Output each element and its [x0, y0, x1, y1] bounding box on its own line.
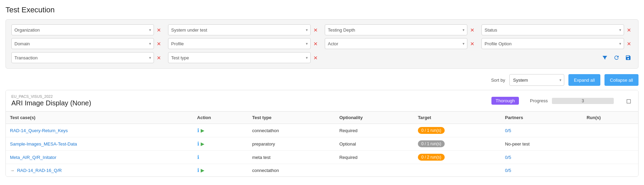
clear-testing-depth-btn[interactable]: ✕ [469, 27, 476, 33]
play-icon[interactable]: ▶ [201, 128, 204, 133]
filter-panel: Organization ✕ System under test ✕ Testi… [5, 19, 639, 69]
play-icon[interactable]: ▶ [201, 167, 204, 173]
col-test-type: Test type [248, 112, 335, 124]
test-case-link[interactable]: RAD-14_Query-Return_Keys [10, 128, 68, 133]
actor-select[interactable]: Actor [325, 38, 467, 49]
sort-select-wrapper: System [509, 74, 564, 86]
clear-profile-option-btn[interactable]: ✕ [625, 41, 633, 47]
collapse-group-btn[interactable]: ◻ [625, 96, 633, 106]
clear-domain-btn[interactable]: ✕ [155, 41, 163, 47]
partners-link[interactable]: 0/5 [505, 155, 511, 160]
play-icon[interactable]: ▶ [201, 141, 204, 147]
sort-select[interactable]: System [509, 74, 564, 86]
profile-select[interactable]: Profile [168, 38, 311, 49]
test-type-select[interactable]: Test type [168, 52, 311, 63]
partners-link[interactable]: 0/5 [505, 168, 511, 173]
clear-system-under-test-btn[interactable]: ✕ [312, 27, 319, 33]
organization-select[interactable]: Organization [11, 24, 154, 35]
runs-cell [582, 137, 638, 151]
group-header-left: EU_PACS_VISUS_2022 ARI Image Display (No… [11, 94, 91, 107]
partners-cell: 0/5 [501, 151, 582, 164]
filter-row-system-under-test: System under test ✕ [168, 24, 319, 35]
group-title: ARI Image Display (None) [11, 99, 91, 107]
partners-link[interactable]: 0/5 [505, 128, 511, 133]
table-header-row: Test case(s) Action Test type Optionalit… [6, 112, 638, 124]
filter-row-test-type: Test type ✕ [168, 52, 319, 63]
page-title: Test Execution [5, 5, 639, 14]
test-case-name-cell: → RAD-14_RAD-16_Q/R [6, 164, 193, 177]
target-cell: 0 / 1 run(s) [414, 124, 501, 137]
sort-bar: Sort by System Expand all Collapse all [5, 74, 639, 86]
clear-transaction-btn[interactable]: ✕ [155, 55, 163, 61]
table-row: Meta_AIR_Q/R_Initatorℹmeta testRequired0… [6, 151, 638, 164]
col-test-cases: Test case(s) [6, 112, 193, 124]
action-cell: ℹ▶ [193, 137, 248, 151]
test-case-name-cell: RAD-14_Query-Return_Keys [6, 124, 193, 137]
clear-test-type-btn[interactable]: ✕ [312, 55, 319, 61]
clear-actor-btn[interactable]: ✕ [469, 41, 476, 47]
filter-actions [481, 53, 633, 63]
test-case-name-cell: Sample-Images_MESA-Test-Data [6, 137, 193, 151]
group-header: EU_PACS_VISUS_2022 ARI Image Display (No… [6, 90, 638, 112]
refresh-icon-btn[interactable] [612, 53, 621, 63]
clear-profile-btn[interactable]: ✕ [312, 41, 319, 47]
optionality-cell [335, 164, 413, 177]
filter-row-organization: Organization ✕ [11, 24, 163, 35]
test-case-name-cell: Meta_AIR_Q/R_Initator [6, 151, 193, 164]
filter-row-domain: Domain ✕ [11, 38, 163, 49]
test-type-cell: connectathon [248, 124, 335, 137]
table-row: RAD-14_Query-Return_Keysℹ▶connectathonRe… [6, 124, 638, 137]
progress-section: Progress 3 [530, 98, 614, 104]
info-icon[interactable]: ℹ [197, 141, 199, 147]
clear-status-btn[interactable]: ✕ [625, 27, 633, 33]
progress-bar: 3 [552, 98, 614, 104]
info-icon[interactable]: ℹ [197, 127, 199, 134]
test-type-cell: preparatory [248, 137, 335, 151]
runs-cell [582, 124, 638, 137]
test-table: Test case(s) Action Test type Optionalit… [6, 112, 638, 176]
test-case-link[interactable]: RAD-14_RAD-16_Q/R [17, 168, 62, 173]
action-cell: ℹ▶ [193, 124, 248, 137]
col-runs: Run(s) [582, 112, 638, 124]
info-icon[interactable]: ℹ [197, 154, 199, 160]
col-optionality: Optionality [335, 112, 413, 124]
clear-organization-btn[interactable]: ✕ [155, 27, 163, 33]
action-cell: ℹ▶ [193, 164, 248, 177]
col-action: Action [193, 112, 248, 124]
target-cell [414, 164, 501, 177]
optionality-cell: Optional [335, 137, 413, 151]
partners-cell: No-peer test [501, 137, 582, 151]
test-case-link[interactable]: Meta_AIR_Q/R_Initator [10, 155, 56, 160]
filter-row-transaction: Transaction ✕ [11, 52, 163, 63]
info-icon[interactable]: ℹ [197, 167, 199, 173]
test-group: EU_PACS_VISUS_2022 ARI Image Display (No… [5, 90, 639, 177]
table-row: Sample-Images_MESA-Test-Dataℹ▶preparator… [6, 137, 638, 151]
target-cell: 0 / 2 run(s) [414, 151, 501, 164]
test-type-cell: meta test [248, 151, 335, 164]
filter-icon-btn[interactable] [600, 53, 609, 63]
table-row: → RAD-14_RAD-16_Q/Rℹ▶connectathon0/5 [6, 164, 638, 177]
filter-row-profile-option: Profile Option ✕ [481, 38, 633, 49]
transaction-select[interactable]: Transaction [11, 52, 154, 63]
optionality-cell: Required [335, 151, 413, 164]
col-partners: Partners [501, 112, 582, 124]
status-select[interactable]: Status [481, 24, 624, 35]
partners-cell: 0/5 [501, 124, 582, 137]
profile-option-select[interactable]: Profile Option [481, 38, 624, 49]
group-header-right: Thorough Progress 3 ◻ [491, 96, 633, 106]
target-badge: 0 / 1 run(s) [418, 140, 445, 147]
save-icon-btn[interactable] [624, 53, 633, 63]
expand-all-button[interactable]: Expand all [568, 74, 600, 86]
system-under-test-select[interactable]: System under test [168, 24, 311, 35]
collapse-all-button[interactable]: Collapse all [604, 74, 639, 86]
target-badge: 0 / 2 run(s) [418, 154, 445, 161]
domain-select[interactable]: Domain [11, 38, 154, 49]
test-case-link[interactable]: Sample-Images_MESA-Test-Data [10, 141, 77, 147]
filter-row-actor: Actor ✕ [325, 38, 476, 49]
sort-label: Sort by [491, 78, 505, 83]
progress-value: 3 [582, 99, 584, 103]
testing-depth-select[interactable]: Testing Depth [325, 24, 467, 35]
col-target: Target [414, 112, 501, 124]
progress-label: Progress [530, 98, 548, 103]
runs-cell [582, 164, 638, 177]
